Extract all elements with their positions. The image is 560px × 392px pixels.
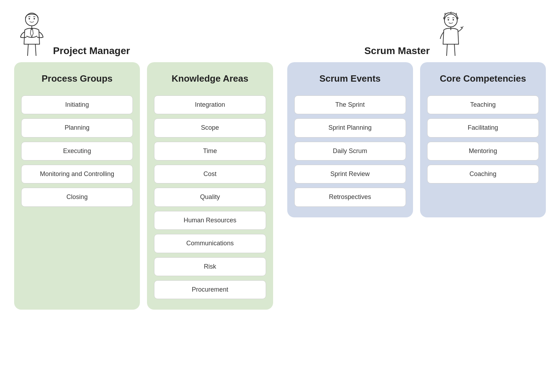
process-groups-list: InitiatingPlanningExecutingMonitoring an… [21,95,133,207]
svg-point-2 [34,18,35,19]
list-item: Sprint Planning [294,118,406,137]
knowledge-areas-list: IntegrationScopeTimeCostQualityHuman Res… [154,95,266,299]
list-item: Monitoring and Controlling [21,165,133,183]
svg-line-5 [35,44,36,56]
list-item: Integration [154,95,266,114]
scrum-events-column: Scrum Events The SprintSprint PlanningDa… [287,62,413,217]
core-competencies-heading: Core Competencies [440,73,526,85]
process-groups-column: Process Groups InitiatingPlanningExecuti… [14,62,140,310]
scrum-events-heading: Scrum Events [319,73,381,85]
list-item: Procurement [154,280,266,299]
main-container: Project Manager Process Groups Initiatin… [14,11,546,310]
knowledge-areas-column: Knowledge Areas IntegrationScopeTimeCost… [147,62,273,310]
list-item: Planning [21,118,133,137]
svg-line-12 [454,44,455,56]
list-item: The Sprint [294,95,406,114]
list-item: Executing [21,142,133,160]
knowledge-areas-heading: Knowledge Areas [172,73,248,85]
list-item: Risk [154,257,266,276]
list-item: Closing [21,188,133,206]
list-item: Coaching [427,165,539,183]
list-item: Teaching [427,95,539,114]
svg-point-7 [448,19,449,21]
pm-title: Project Manager [53,45,130,57]
svg-point-1 [29,18,30,19]
svg-line-10 [462,26,463,28]
list-item: Mentoring [427,142,539,160]
list-item: Human Resources [154,211,266,230]
list-item: Time [154,142,266,160]
list-item: Scope [154,118,266,137]
core-competencies-column: Core Competencies TeachingFacilitatingMe… [420,62,546,217]
process-groups-heading: Process Groups [42,73,113,85]
list-item: Daily Scrum [294,142,406,160]
list-item: Cost [154,165,266,183]
scrum-events-list: The SprintSprint PlanningDaily ScrumSpri… [294,95,406,207]
list-item: Initiating [21,95,133,114]
list-item: Sprint Review [294,165,406,183]
core-competencies-list: TeachingFacilitatingMentoringCoaching [427,95,539,184]
svg-point-6 [444,14,457,27]
list-item: Facilitating [427,118,539,137]
sm-title: Scrum Master [364,45,430,57]
svg-line-4 [28,44,28,56]
list-item: Communications [154,234,266,253]
sm-character-icon [433,11,468,57]
list-item: Retrospectives [294,188,406,206]
svg-point-8 [453,19,454,21]
pm-character-icon [14,11,49,57]
svg-line-11 [447,44,447,56]
list-item: Quality [154,188,266,206]
